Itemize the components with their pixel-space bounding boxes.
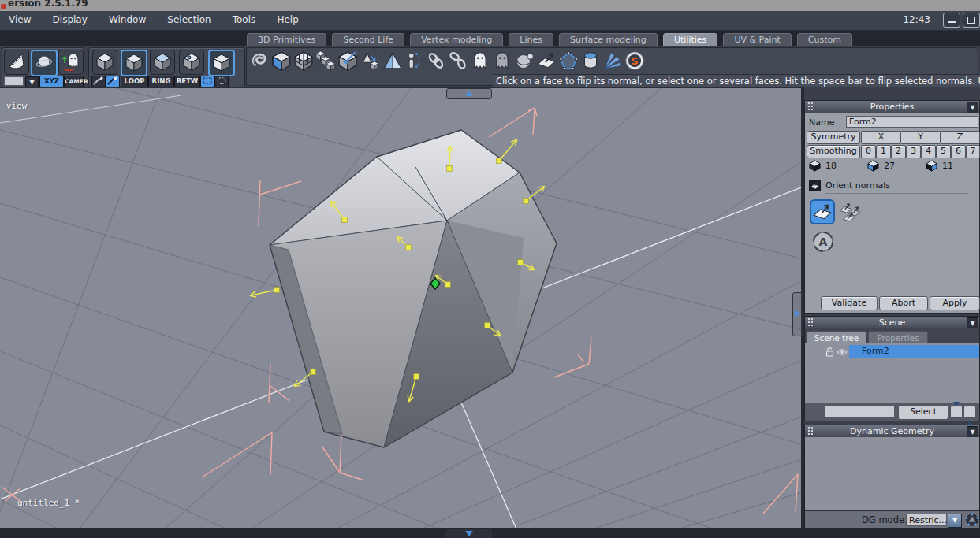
tab-scene-properties[interactable]: Properties [868, 331, 928, 343]
dg-mode-dropdown-value[interactable]: Restric... [906, 514, 947, 526]
menu-help[interactable]: Help [268, 11, 307, 25]
smoothing-level-4[interactable]: 4 [921, 145, 936, 158]
scene-tree-row[interactable]: Form2 [805, 345, 979, 358]
object-mode-button[interactable] [92, 50, 117, 75]
panel-grip-icon[interactable] [808, 318, 810, 320]
dg-sphere-icon[interactable] [965, 513, 979, 527]
tab-surface-modeling[interactable]: Surface modeling [559, 33, 658, 46]
edge-mode-button[interactable] [150, 50, 175, 75]
polygon-vertices-tool-button[interactable] [558, 50, 579, 71]
smoothing-level-3[interactable]: 3 [906, 145, 921, 158]
scene-panel-header[interactable]: Scene ▼ [805, 317, 979, 329]
subdivide-tool-button[interactable] [293, 50, 314, 71]
panel-grip-icon[interactable] [808, 427, 810, 429]
twist-tool-button[interactable] [249, 50, 270, 71]
validate-button[interactable]: Validate [821, 296, 878, 310]
cube-chain-tool-button[interactable] [315, 50, 336, 71]
tab-second-life[interactable]: Second Life [332, 33, 404, 46]
name-field[interactable] [846, 116, 978, 128]
apply-button[interactable]: Apply [930, 296, 980, 310]
lock-icon[interactable] [825, 347, 834, 357]
scene-tree[interactable]: Form2 [805, 343, 979, 403]
unlink-tool-button[interactable] [448, 50, 468, 71]
pyramid-tool-button[interactable] [382, 50, 402, 71]
select-button[interactable]: Select [898, 405, 948, 420]
symmetry-y-button[interactable]: Y [900, 131, 941, 144]
move-down-button[interactable] [950, 406, 963, 418]
cone-flip-tool-button[interactable] [360, 50, 380, 71]
window-titlebar[interactable]: ersion 2.5.1.79 [0, 0, 980, 11]
smoothing-button[interactable]: Smoothing [807, 145, 860, 158]
ghost-white-tool-button[interactable] [470, 50, 490, 71]
rect-select-button[interactable] [200, 76, 214, 87]
fan-wire-tool-button[interactable] [602, 50, 623, 71]
brush-paint-button[interactable] [106, 76, 120, 87]
tab-custom[interactable]: Custom [797, 33, 852, 46]
cylinder-tool-button[interactable] [580, 50, 601, 71]
smoothing-level-0[interactable]: 0 [861, 145, 876, 158]
orient-single-button[interactable] [810, 199, 835, 224]
tab-utilities[interactable]: Utilities [663, 33, 717, 46]
eye-icon[interactable] [837, 348, 848, 356]
smoothing-level-1[interactable]: 1 [876, 145, 891, 158]
lasso-select-button[interactable] [214, 76, 229, 87]
apply-all-accessory-icon[interactable]: A [812, 231, 834, 253]
minimize-button[interactable] [943, 13, 960, 28]
between-select-button[interactable]: BETW [174, 76, 200, 87]
cube-face-tool-button[interactable] [271, 50, 292, 71]
menu-selection[interactable]: Selection [158, 11, 219, 25]
sphere-orbit-tool-button[interactable] [514, 50, 535, 71]
sphere-ring-tool-button[interactable] [31, 50, 58, 76]
smoothing-level-2[interactable]: 2 [891, 145, 906, 158]
camera-mode-button[interactable]: CAMERA [64, 76, 84, 87]
face-mode-button[interactable] [208, 50, 235, 76]
maximize-button[interactable] [963, 13, 980, 28]
s-logo-button[interactable]: S [624, 50, 645, 71]
top-splitter-handle[interactable] [446, 88, 492, 99]
menu-view[interactable]: View [0, 11, 39, 25]
orient-multi-button[interactable] [839, 202, 863, 224]
symmetry-button[interactable]: Symmetry [807, 131, 860, 144]
viewport-canvas[interactable] [0, 88, 801, 529]
scene-collapse-button[interactable]: ▼ [967, 317, 978, 329]
view-preset-field[interactable] [4, 76, 24, 86]
tab-scene-tree[interactable]: Scene tree [807, 331, 866, 343]
smoothing-level-6[interactable]: 6 [951, 145, 966, 158]
scene-item-selected[interactable]: Form2 [849, 345, 979, 358]
dynamic-geometry-collapse-button[interactable]: ▼ [967, 426, 978, 438]
figure-tool-button[interactable] [404, 50, 424, 71]
symmetry-z-button[interactable]: Z [940, 131, 980, 144]
smoothing-level-5[interactable]: 5 [936, 145, 951, 158]
vertex-mode-button[interactable] [121, 50, 147, 76]
link-tool-button[interactable] [426, 50, 446, 71]
bottom-splitter-handle[interactable] [446, 529, 492, 538]
panel-grip-icon[interactable] [808, 102, 810, 104]
tab-lines[interactable]: Lines [509, 33, 553, 46]
right-splitter-handle[interactable] [792, 292, 803, 336]
abort-button[interactable]: Abort [879, 296, 928, 310]
tab-3d-primitives[interactable]: 3D Primitives [247, 33, 326, 46]
brush-select-button[interactable] [91, 76, 106, 87]
symmetry-x-button[interactable]: X [861, 131, 901, 144]
dynamic-geometry-header[interactable]: Dynamic Geometry ▼ [805, 425, 979, 438]
smoothing-level-7[interactable]: 7 [966, 145, 980, 158]
xyz-mode-button[interactable]: XYZ [39, 76, 64, 87]
ghost-add-tool-button[interactable] [58, 50, 84, 75]
menu-window[interactable]: Window [100, 11, 155, 25]
tab-uv-paint[interactable]: UV & Paint [723, 33, 791, 46]
fold-tool-button[interactable] [4, 50, 29, 75]
move-up-button[interactable] [963, 406, 976, 418]
cube-flip-tool-button[interactable] [337, 50, 358, 71]
properties-collapse-button[interactable]: ▼ [967, 102, 978, 113]
flip-normal-tool-button[interactable] [536, 50, 557, 71]
tab-vertex-modeling[interactable]: Vertex modeling [410, 33, 503, 46]
loop-select-button[interactable]: LOOP [121, 76, 148, 87]
dg-mode-dropdown-button[interactable]: ▼ [948, 514, 962, 528]
ring-select-button[interactable]: RING [148, 76, 174, 87]
viewport[interactable]: view untitled_1 * [0, 87, 801, 529]
properties-panel-header[interactable]: Properties ▼ [805, 101, 979, 113]
menu-tools[interactable]: Tools [224, 11, 265, 25]
point-mode-button[interactable] [179, 50, 204, 75]
ghost-gray-tool-button[interactable] [492, 50, 512, 71]
scene-filter-field[interactable] [824, 406, 895, 417]
